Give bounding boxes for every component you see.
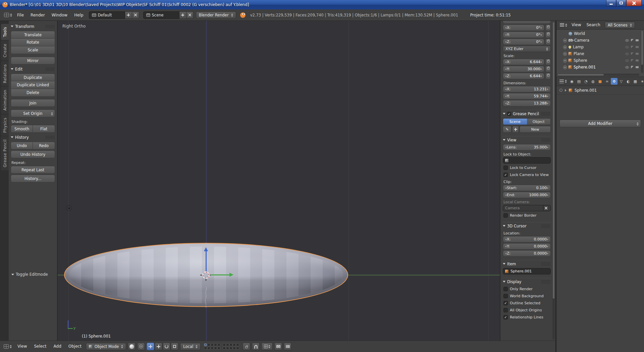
layer-13[interactable] — [211, 347, 214, 350]
outliner-item-sphere[interactable]: Sphere — [556, 57, 644, 64]
editor-type-info-button[interactable] — [3, 12, 13, 18]
outliner-item-lamp[interactable]: Lamp — [556, 44, 644, 50]
option-outline-selected[interactable]: ✓Outline Selected — [503, 300, 550, 306]
opengl-render-still-button[interactable] — [274, 343, 282, 350]
manipulator-z-arrow[interactable] — [206, 251, 207, 271]
panel-grip[interactable] — [46, 136, 55, 139]
item-name-field[interactable]: Sphere.001 — [503, 268, 551, 274]
outliner-item-plane[interactable]: Plane — [556, 50, 644, 57]
flat-button[interactable]: Flat — [33, 125, 55, 133]
menu-add[interactable]: Add — [51, 341, 64, 352]
renderability-icon[interactable] — [636, 53, 639, 55]
add-scene-button[interactable] — [179, 11, 186, 19]
manipulator-center[interactable] — [202, 271, 210, 279]
panel-transform-header[interactable]: Transform — [11, 23, 55, 30]
dimensions-z-field[interactable]: Z:13.288 — [503, 100, 551, 106]
rotation-mode-dropdown[interactable]: XYZ Euler — [503, 46, 551, 52]
layer-20[interactable] — [236, 347, 239, 350]
lock-to-object-field[interactable] — [503, 157, 551, 164]
scene-selector[interactable]: Scene — [143, 11, 179, 19]
panel-grip[interactable] — [541, 224, 551, 228]
cursor-x-field[interactable]: X:0.0000 — [503, 236, 551, 243]
lens-field[interactable]: Lens:35.000 — [503, 144, 551, 150]
dimensions-x-field[interactable]: X:13.231 — [503, 86, 551, 92]
visibility-icon[interactable] — [625, 53, 629, 55]
tab-render-icon[interactable]: ◉ — [569, 78, 575, 85]
add-screen-layout-button[interactable] — [125, 11, 132, 19]
option-all-object-origins[interactable]: All Object Origins — [503, 307, 550, 313]
manipulator-y-arrow[interactable] — [211, 274, 229, 275]
panel-view-header[interactable]: View — [503, 136, 551, 143]
tab-object-data-icon[interactable]: ▽ — [618, 78, 625, 85]
sidebar-scrollbar[interactable] — [552, 22, 555, 340]
repeat-history-button[interactable]: History... — [11, 175, 55, 182]
tab-scene-icon[interactable]: ◔ — [583, 78, 589, 85]
rotate-manipulator-button[interactable] — [163, 343, 170, 350]
editor-type-properties-button[interactable] — [558, 78, 568, 85]
selectability-icon[interactable] — [631, 66, 634, 69]
manipulator-z-arrowhead[interactable] — [204, 247, 208, 251]
orientation-dropdown[interactable]: Local — [180, 343, 201, 350]
outliner-item-sphere-001[interactable]: Sphere.001 — [556, 64, 644, 71]
expand-icon[interactable] — [563, 59, 567, 62]
expand-icon[interactable] — [563, 65, 567, 69]
menu-window[interactable]: Window — [49, 10, 70, 20]
panel-grip[interactable] — [541, 280, 551, 283]
add-modifier-dropdown[interactable]: Add Modifier — [559, 120, 641, 127]
scale-button[interactable]: Scale — [11, 46, 55, 54]
tab-grease-pencil[interactable]: Grease Pencil — [1, 136, 9, 170]
manipulator-y-arrowhead[interactable] — [229, 273, 233, 277]
panel-grip[interactable] — [541, 262, 551, 266]
tab-constraints-icon[interactable]: ∞ — [604, 78, 610, 85]
manipulator-toggle-button[interactable] — [147, 343, 154, 350]
snap-element-dropdown[interactable] — [261, 343, 273, 350]
expand-icon[interactable] — [563, 39, 567, 42]
option-relationship-lines[interactable]: ✓Relationship Lines — [503, 314, 550, 320]
tab-animation[interactable]: Animation — [1, 87, 9, 114]
tab-create[interactable]: Create — [1, 41, 9, 60]
lamp-object[interactable] — [66, 205, 72, 211]
panel-grip[interactable] — [541, 138, 551, 142]
layer-12[interactable] — [207, 347, 210, 350]
rotation-x-field[interactable]: X:0° — [503, 25, 544, 31]
local-camera-field[interactable]: Camera — [503, 205, 551, 211]
outliner-vscrollbar[interactable] — [641, 30, 643, 73]
delete-scene-button[interactable] — [186, 11, 194, 19]
clip-start-field[interactable]: Start:0.100 — [503, 185, 551, 191]
outliner-item-camera[interactable]: Camera — [556, 37, 644, 44]
layer-15[interactable] — [217, 347, 220, 350]
menu-object[interactable]: Object — [66, 341, 84, 352]
smooth-button[interactable]: Smooth — [11, 125, 33, 133]
outliner-item-world[interactable]: World — [556, 30, 644, 37]
cursor-y-field[interactable]: Y:0.0000 — [503, 243, 551, 250]
tab-world-icon[interactable]: ◍ — [590, 78, 596, 85]
render-engine-dropdown[interactable]: Blender Render — [196, 11, 236, 19]
layer-8[interactable] — [229, 343, 232, 346]
panel-edit-header[interactable]: Edit — [11, 65, 55, 73]
gp-new-button[interactable]: New — [520, 126, 551, 133]
menu-help[interactable]: Help — [71, 10, 86, 20]
visibility-icon[interactable] — [625, 59, 629, 62]
minimize-button[interactable] — [606, 0, 616, 6]
close-button[interactable] — [626, 0, 642, 6]
location-z-field-clipped[interactable] — [503, 21, 551, 24]
selectability-icon[interactable] — [631, 46, 634, 48]
renderability-icon[interactable] — [636, 39, 639, 41]
renderability-icon[interactable] — [636, 59, 639, 61]
tab-physics[interactable]: Physics — [1, 115, 9, 136]
outliner-hscrollbar[interactable] — [557, 74, 639, 76]
clear-camera-button[interactable] — [543, 205, 548, 211]
clip-end-field[interactable]: End:1000.000 — [503, 192, 551, 198]
gp-object-button[interactable]: Object — [527, 119, 551, 125]
tab-texture-icon[interactable]: ▦ — [632, 78, 639, 85]
scrollbar-thumb[interactable] — [553, 22, 554, 299]
panel-grip[interactable] — [541, 112, 551, 116]
scale-y-lock[interactable] — [545, 66, 551, 72]
scale-z-field[interactable]: Z:6.644 — [503, 73, 544, 79]
layer-6[interactable] — [223, 343, 226, 346]
translate-button[interactable]: Translate — [11, 31, 55, 39]
tab-object-icon[interactable]: ■ — [597, 78, 603, 85]
tab-modifiers-icon[interactable]: ⚙ — [611, 78, 618, 85]
rotation-z-field[interactable]: Z:0° — [503, 39, 544, 45]
layer-18[interactable] — [229, 347, 232, 350]
